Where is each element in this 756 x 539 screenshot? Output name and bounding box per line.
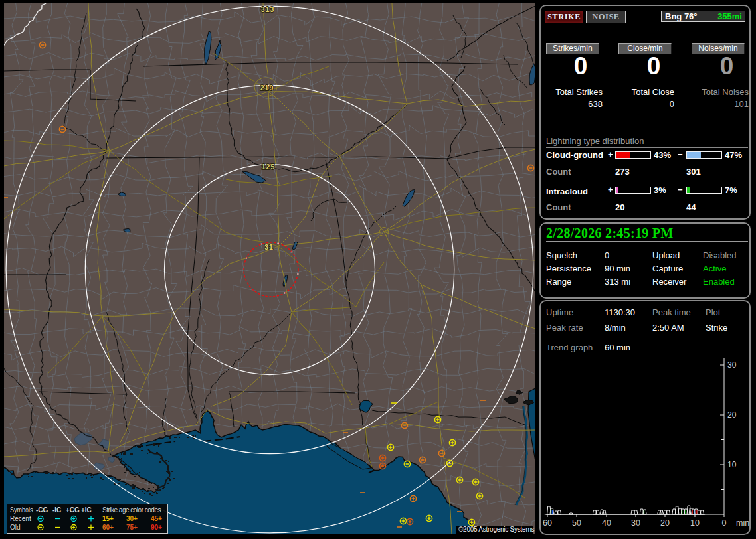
svg-text:60: 60 — [543, 518, 552, 528]
svg-text:40: 40 — [602, 518, 611, 528]
svg-text:31: 31 — [264, 243, 274, 251]
svg-text:20: 20 — [660, 518, 670, 528]
svg-text:30: 30 — [631, 518, 640, 528]
svg-text:10: 10 — [727, 460, 737, 469]
svg-text:219: 219 — [260, 84, 274, 92]
svg-text:10: 10 — [690, 518, 700, 528]
svg-text:min: min — [736, 518, 749, 528]
svg-text:30: 30 — [727, 360, 737, 370]
svg-text:313: 313 — [261, 5, 275, 13]
svg-text:20: 20 — [727, 410, 737, 420]
svg-text:0: 0 — [722, 518, 727, 528]
svg-text:125: 125 — [262, 163, 276, 171]
svg-text:50: 50 — [572, 518, 581, 528]
